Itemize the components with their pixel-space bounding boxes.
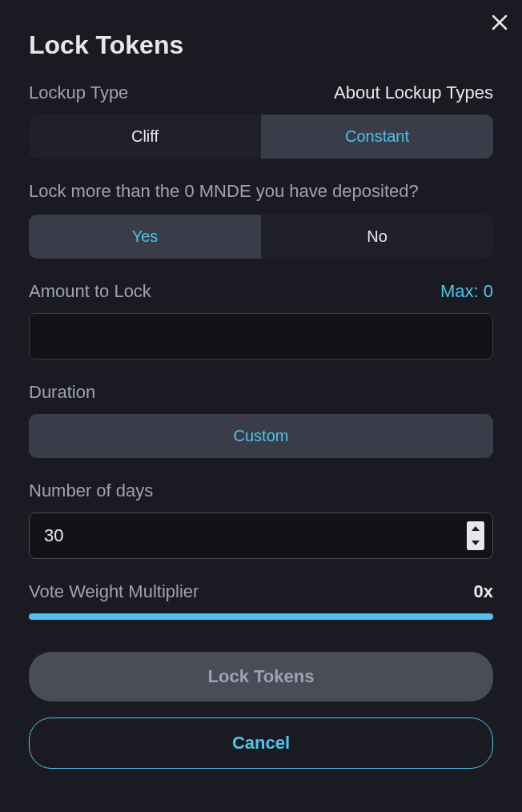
days-step-down[interactable] <box>467 536 484 550</box>
lockup-type-constant[interactable]: Constant <box>261 115 493 159</box>
close-icon <box>492 14 508 30</box>
lock-more-segment: Yes No <box>29 215 493 259</box>
chevron-down-icon <box>472 541 480 545</box>
lock-more-no[interactable]: No <box>261 215 493 259</box>
lock-tokens-button[interactable]: Lock Tokens <box>29 652 493 701</box>
amount-max[interactable]: Max: 0 <box>440 281 493 302</box>
close-button[interactable] <box>488 11 511 34</box>
lock-more-yes[interactable]: Yes <box>29 215 261 259</box>
modal-title: Lock Tokens <box>29 30 493 60</box>
lockup-type-cliff[interactable]: Cliff <box>29 115 261 159</box>
days-step-up[interactable] <box>467 521 484 536</box>
about-lockup-link[interactable]: About Lockup Types <box>334 82 493 103</box>
days-stepper <box>467 521 484 550</box>
amount-input[interactable] <box>29 313 493 360</box>
lockup-type-segment: Cliff Constant <box>29 115 493 159</box>
days-input[interactable] <box>44 525 467 546</box>
cancel-button[interactable]: Cancel <box>29 718 493 769</box>
duration-label: Duration <box>29 382 493 403</box>
multiplier-value: 0x <box>474 581 493 602</box>
lockup-type-label: Lockup Type <box>29 82 128 103</box>
lock-more-question: Lock more than the 0 MNDE you have depos… <box>29 181 493 202</box>
days-input-wrap <box>29 513 493 559</box>
multiplier-label: Vote Weight Multiplier <box>29 581 199 602</box>
multiplier-progress <box>29 613 493 620</box>
days-label: Number of days <box>29 480 493 501</box>
chevron-up-icon <box>472 526 480 531</box>
amount-label: Amount to Lock <box>29 281 151 302</box>
duration-custom[interactable]: Custom <box>29 414 493 458</box>
